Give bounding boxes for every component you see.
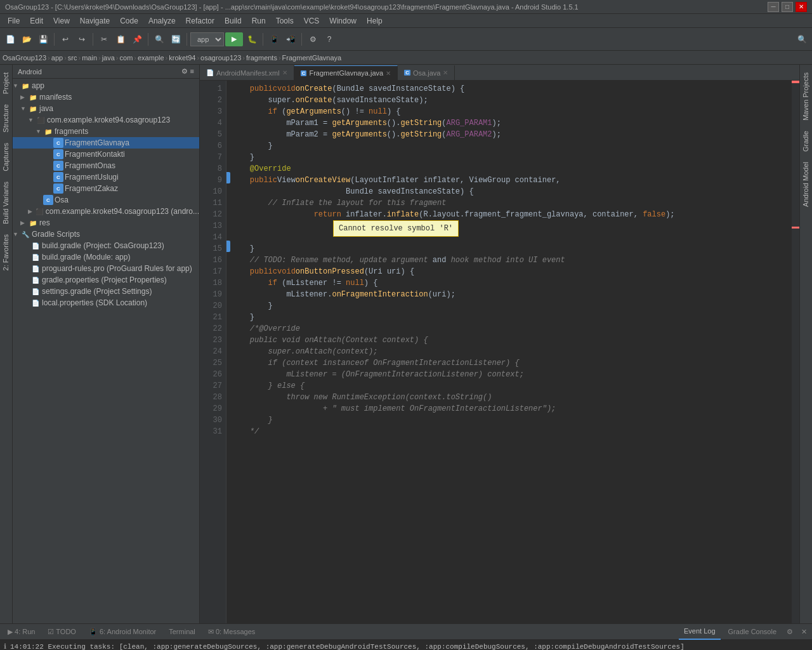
favorites-tab[interactable]: 2: Favorites <box>0 229 13 275</box>
breakpoint-marker <box>226 172 230 183</box>
gear-eventlog-icon[interactable]: ⚙ <box>784 626 796 637</box>
bc-src[interactable]: src <box>68 54 77 62</box>
tab-fragmentglavnaya[interactable]: C FragmentGlavnaya.java ✕ <box>294 65 398 80</box>
project-tab[interactable]: Project <box>0 67 13 99</box>
tree-fragment-glavnaya[interactable]: ▶ C FragmentGlavnaya <box>13 137 199 149</box>
toolbar-replace[interactable]: 🔄 <box>168 32 183 47</box>
menu-run[interactable]: Run <box>247 14 271 28</box>
tree-osa[interactable]: ▶ C Osa <box>13 194 199 206</box>
menu-vcs[interactable]: VCS <box>299 14 325 28</box>
tree-fragment-kontakti[interactable]: ▶ C FragmentKontakti <box>13 149 199 160</box>
settings-btn[interactable]: ⚙ <box>305 32 320 47</box>
toolbar-find[interactable]: 🔍 <box>152 32 167 47</box>
app-folder-icon: 📁 <box>20 81 30 91</box>
bc-main[interactable]: main <box>82 54 97 62</box>
bc-fragmentglavnaya[interactable]: FragmentGlavnaya <box>282 54 342 62</box>
menu-build[interactable]: Build <box>219 14 247 28</box>
android-monitor-tab[interactable]: 📱 6: Android Monitor <box>84 624 161 640</box>
code-line-17: public void onButtonPressed(Uri uri) { <box>232 266 787 277</box>
search-everywhere-btn[interactable]: 🔍 <box>794 32 809 47</box>
bc-osagroup[interactable]: OsaGroup123 <box>3 54 46 62</box>
app-config-dropdown[interactable]: app <box>190 32 224 46</box>
tab-osa[interactable]: C Osa.java ✕ <box>398 65 455 80</box>
gradle-tab[interactable]: Gradle <box>800 126 813 157</box>
toolbar-copy[interactable]: 📋 <box>113 32 128 47</box>
tree-fragments[interactable]: ▼ 📁 fragments <box>13 126 199 137</box>
bc-osagroup123[interactable]: osagroup123 <box>200 54 241 62</box>
terminal-tab[interactable]: Terminal <box>164 624 200 640</box>
android-model-tab[interactable]: Android Model <box>800 157 813 212</box>
help-btn[interactable]: ? <box>322 32 337 47</box>
tree-fragment-zakaz[interactable]: ▶ C FragmentZakaz <box>13 183 199 194</box>
gradle-console-tab[interactable]: Gradle Console <box>723 624 782 640</box>
code-line-10: public View onCreateView(LayoutInflater … <box>232 175 787 186</box>
tree-res[interactable]: ▶ 📁 res <box>13 217 199 229</box>
tree-local-props[interactable]: ▶ 📄 local.properties (SDK Location) <box>13 297 199 308</box>
menu-view[interactable]: View <box>48 14 75 28</box>
toolbar-undo[interactable]: ↩ <box>58 32 73 47</box>
tree-fragment-onas[interactable]: ▶ C FragmentOnas <box>13 160 199 171</box>
menu-analyze[interactable]: Analyze <box>143 14 181 28</box>
menu-window[interactable]: Window <box>324 14 362 28</box>
tree-gradle-props[interactable]: ▶ 📄 gradle.properties (Project Propertie… <box>13 274 199 286</box>
close-androidmanifest[interactable]: ✕ <box>282 69 287 76</box>
tree-proguard[interactable]: ▶ 📄 proguard-rules.pro (ProGuard Rules f… <box>13 263 199 274</box>
run-tab[interactable]: ▶ 4: Run <box>3 624 40 640</box>
toolbar-cut[interactable]: ✂ <box>96 32 112 47</box>
bc-kroket94[interactable]: kroket94 <box>169 54 195 62</box>
toolbar-redo[interactable]: ↪ <box>74 32 89 47</box>
tab-androidmanifest[interactable]: 📄 AndroidManifest.xml ✕ <box>200 65 294 80</box>
menu-tools[interactable]: Tools <box>271 14 299 28</box>
minimize-button[interactable]: ─ <box>768 2 779 12</box>
close-fragmentglavnaya[interactable]: ✕ <box>386 70 391 77</box>
debug-button[interactable]: 🐛 <box>244 32 259 47</box>
close-button[interactable]: ✕ <box>796 2 807 12</box>
todo-tab[interactable]: ☑ TODO <box>43 624 81 640</box>
bc-example[interactable]: example <box>138 54 164 62</box>
maven-tab[interactable]: Maven Projects <box>800 67 813 126</box>
tree-gradle-scripts[interactable]: ▼ 🔧 Gradle Scripts <box>13 229 199 240</box>
code-line-28: } else { <box>232 380 787 392</box>
messages-tab[interactable]: ✉ 0: Messages <box>203 624 260 640</box>
tree-java[interactable]: ▼ 📁 java <box>13 103 199 114</box>
tree-manifests[interactable]: ▶ 📁 manifests <box>13 91 199 103</box>
tree-package-test[interactable]: ▶ ⬛ com.example.kroket94.osagroup123 (an… <box>13 206 199 217</box>
gradle-file2-icon: 📄 <box>30 252 41 262</box>
run-button[interactable]: ▶ <box>225 32 243 46</box>
event-log-tab[interactable]: Event Log <box>679 624 721 640</box>
tree-fragment-uslugi[interactable]: ▶ C FragmentUslugi <box>13 171 199 183</box>
sdk-manager-btn[interactable]: 📱 <box>266 32 282 47</box>
tree-settings-gradle[interactable]: ▶ 📄 settings.gradle (Project Settings) <box>13 286 199 297</box>
gradle-file-icon: 📄 <box>30 241 41 251</box>
menu-navigate[interactable]: Navigate <box>75 14 115 28</box>
toolbar-new[interactable]: 📄 <box>3 32 18 47</box>
bc-fragments[interactable]: fragments <box>246 54 277 62</box>
close-eventlog-icon[interactable]: ✕ <box>798 626 809 637</box>
close-osa[interactable]: ✕ <box>443 69 448 76</box>
tree-build-gradle-app[interactable]: ▶ 📄 build.gradle (Module: app) <box>13 251 199 263</box>
tree-package[interactable]: ▼ ⬛ com.example.kroket94.osagroup123 <box>13 114 199 126</box>
tree-app[interactable]: ▼ 📁 app <box>13 80 199 91</box>
bc-java[interactable]: java <box>102 54 115 62</box>
tree-build-gradle-project[interactable]: ▶ 📄 build.gradle (Project: OsaGroup123) <box>13 240 199 251</box>
menu-help[interactable]: Help <box>362 14 388 28</box>
menu-file[interactable]: File <box>3 14 25 28</box>
toolbar-save[interactable]: 💾 <box>36 32 51 47</box>
bc-app[interactable]: app <box>51 54 63 62</box>
code-line-1: public void onCreate(Bundle savedInstanc… <box>232 83 787 95</box>
structure-tab[interactable]: Structure <box>0 99 13 138</box>
collapse-icon[interactable]: ≡ <box>190 67 194 76</box>
build-variants-tab[interactable]: Build Variants <box>0 176 13 229</box>
menu-code[interactable]: Code <box>115 14 143 28</box>
bottom-panel-icons: Event Log Gradle Console ⚙ ✕ <box>679 624 809 640</box>
toolbar-paste[interactable]: 📌 <box>129 32 145 47</box>
menu-refactor[interactable]: Refactor <box>181 14 219 28</box>
sync-icon[interactable]: ⚙ <box>181 67 188 76</box>
menu-edit[interactable]: Edit <box>25 14 48 28</box>
maximize-button[interactable]: □ <box>782 2 793 12</box>
toolbar-open[interactable]: 📂 <box>19 32 34 47</box>
avd-manager-btn[interactable]: 📲 <box>283 32 298 47</box>
bc-com[interactable]: com <box>120 54 133 62</box>
captures-tab[interactable]: Captures <box>0 138 13 176</box>
code-content[interactable]: public void onCreate(Bundle savedInstanc… <box>226 81 792 623</box>
